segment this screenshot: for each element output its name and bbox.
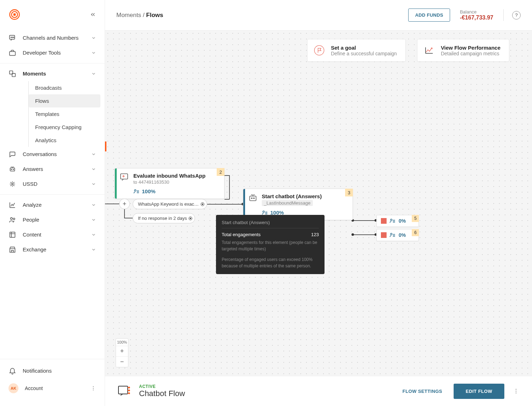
chat-icon — [9, 34, 16, 42]
people-icon — [389, 233, 396, 238]
sidebar-item-account[interactable]: AK Account — [0, 379, 105, 397]
sidebar-item-label: Answers — [23, 166, 85, 173]
sidebar-item-answers[interactable]: Answers — [0, 162, 105, 177]
chevron-down-icon — [91, 35, 96, 40]
zoom-out-button[interactable]: − — [116, 357, 128, 367]
breadcrumb-current: Flows — [146, 12, 163, 18]
view-performance-card[interactable]: View Flow Performance Detailed campaign … — [417, 39, 509, 62]
bottom-bar: ACTIVE Chatbot Flow FLOW SETTINGS EDIT F… — [105, 376, 532, 406]
svg-point-14 — [13, 218, 15, 220]
flow-status: ACTIVE — [139, 384, 185, 389]
svg-point-34 — [516, 393, 516, 393]
sidebar-sub-frequency-capping[interactable]: Frequency Capping — [29, 121, 100, 134]
flow-node-outcome-5[interactable]: 0% 5 — [376, 215, 419, 227]
connector-line — [124, 218, 133, 218]
sidebar-item-label: People — [23, 216, 85, 223]
node-badge: 5 — [412, 215, 419, 222]
branch-label: If no response in 2 days — [138, 216, 187, 221]
store-icon — [9, 246, 16, 254]
zoom-level: 100% — [116, 339, 128, 346]
breadcrumb-parent[interactable]: Moments — [116, 12, 141, 18]
flow-name: Chatbot Flow — [139, 389, 185, 398]
balance-label: Balance — [460, 9, 493, 15]
breadcrumb: Moments / Flows — [116, 12, 408, 19]
sidebar-sub-broadcasts[interactable]: Broadcasts — [29, 81, 100, 94]
svg-point-5 — [12, 37, 13, 38]
more-vertical-icon[interactable] — [511, 388, 521, 394]
set-goal-card[interactable]: Set a goal Define a successful campaign — [307, 39, 406, 62]
moments-submenu: Broadcasts Flows Templates Frequency Cap… — [28, 81, 100, 147]
topbar: Moments / Flows ADD FUNDS Balance -€167,… — [105, 0, 532, 30]
sidebar-item-label: Developer Tools — [23, 49, 85, 56]
chevron-down-icon — [91, 202, 96, 207]
sidebar-item-content[interactable]: Content — [0, 227, 105, 242]
sidebar-item-label: Analyze — [23, 201, 85, 208]
connector-line — [229, 175, 230, 199]
card-title: View Flow Performance — [441, 45, 500, 51]
sidebar-item-label: USSD — [23, 180, 85, 188]
performance-icon — [423, 44, 435, 56]
conversations-icon — [9, 150, 16, 158]
chevron-down-icon — [91, 232, 96, 237]
engagement-tooltip: Start chatbot (Answers) Total engagement… — [216, 215, 325, 274]
breadcrumb-sep: / — [141, 12, 146, 18]
more-vertical-icon[interactable] — [90, 385, 96, 391]
sidebar: Channels and Numbers Developer Tools — [0, 0, 105, 406]
help-button[interactable]: ? — [512, 11, 521, 20]
sidebar-sub-analytics[interactable]: Analytics — [29, 134, 100, 147]
collapse-sidebar-icon[interactable] — [90, 11, 96, 18]
logo[interactable] — [9, 9, 21, 21]
svg-point-13 — [11, 218, 13, 220]
metric-value: 100% — [142, 188, 155, 194]
zoom-in-button[interactable]: + — [116, 346, 128, 357]
balance-value: -€167,733.97 — [460, 15, 493, 21]
people-icon — [133, 189, 140, 194]
svg-point-33 — [516, 391, 516, 391]
tooltip-title: Start chatbot (Answers) — [222, 220, 319, 228]
svg-point-16 — [93, 386, 94, 387]
svg-point-6 — [13, 37, 14, 38]
sidebar-item-channels[interactable]: Channels and Numbers — [0, 30, 105, 45]
node-title: Start chatbot (Answers) — [262, 193, 347, 199]
sidebar-item-developer-tools[interactable]: Developer Tools — [0, 45, 105, 60]
tooltip-row-value: 123 — [311, 232, 319, 237]
toolbox-icon — [9, 49, 16, 57]
bell-icon — [9, 367, 16, 375]
add-branch-button[interactable]: + — [119, 199, 130, 209]
svg-point-17 — [93, 388, 94, 389]
sidebar-item-analyze[interactable]: Analyze — [0, 198, 105, 212]
branch-condition-no-response[interactable]: If no response in 2 days — [133, 213, 195, 223]
sidebar-item-conversations[interactable]: Conversations — [0, 147, 105, 162]
connector-line — [207, 204, 243, 205]
add-funds-button[interactable]: ADD FUNDS — [408, 9, 450, 22]
connector-line — [225, 175, 229, 176]
flow-node-outcome-6[interactable]: 0% 6 — [376, 229, 419, 241]
content-icon — [9, 231, 16, 239]
node-subtitle: _LastInboundMessage — [262, 200, 313, 206]
branch-condition-keyword[interactable]: WhatsApp Keyword is exact ma... — [133, 199, 207, 209]
sidebar-item-notifications[interactable]: Notifications — [0, 363, 105, 379]
branch-label: WhatsApp Keyword is exact ma... — [138, 201, 207, 207]
svg-point-11 — [11, 169, 12, 170]
flow-node-evaluate-inbound[interactable]: 2 Evaluate inbound WhatsApp to 447491163… — [115, 168, 225, 199]
sidebar-item-people[interactable]: People — [0, 212, 105, 227]
flow-settings-button[interactable]: FLOW SETTINGS — [403, 389, 442, 394]
connector-dot — [201, 203, 204, 206]
svg-point-21 — [134, 189, 136, 191]
sidebar-item-ussd[interactable]: USSD — [0, 177, 105, 191]
sidebar-sub-templates[interactable]: Templates — [29, 107, 100, 121]
svg-point-26 — [390, 219, 392, 221]
edit-flow-button[interactable]: EDIT FLOW — [454, 384, 504, 399]
tooltip-description: Total engagements for this element (peop… — [222, 239, 319, 252]
card-subtitle: Detailed campaign metrics — [441, 51, 500, 56]
sidebar-item-moments[interactable]: Moments — [0, 66, 105, 81]
card-title: Set a goal — [331, 45, 397, 51]
svg-rect-7 — [10, 51, 16, 55]
sidebar-item-exchange[interactable]: Exchange — [0, 242, 105, 257]
flow-canvas[interactable]: Set a goal Define a successful campaign … — [105, 30, 532, 376]
outcome-color-icon — [381, 232, 387, 238]
svg-rect-2 — [13, 13, 16, 16]
sidebar-item-label: Exchange — [23, 246, 85, 253]
connector-line — [225, 199, 229, 200]
sidebar-sub-flows[interactable]: Flows — [29, 94, 100, 107]
